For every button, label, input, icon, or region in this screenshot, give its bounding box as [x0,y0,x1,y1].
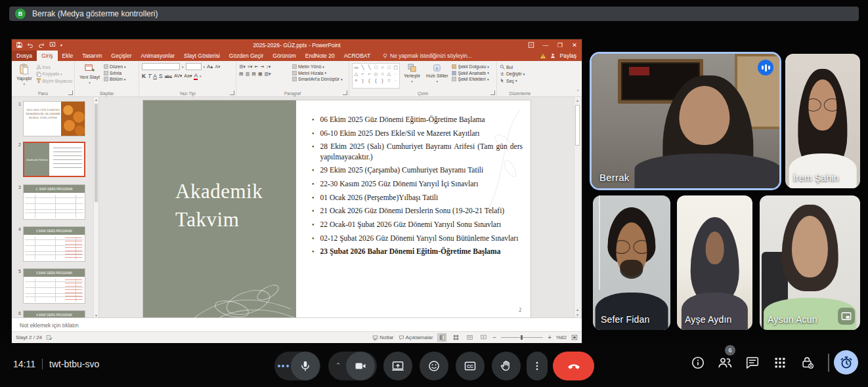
comments-toggle-button[interactable]: Açıklamalar [399,335,433,340]
shape-outline-button[interactable]: Şekil Anahattı ▾ [452,71,488,75]
numbering-button[interactable]: ≡▾ [248,64,253,70]
tab-gozden-gecir[interactable]: Gözden Geçir [225,51,268,61]
slide-sorter-view-button[interactable] [451,333,460,342]
tab-giris[interactable]: Giriş [37,51,57,61]
font-name-box[interactable] [142,63,180,70]
raise-hand-button[interactable] [492,352,521,380]
line-spacing-button[interactable]: ↕▾ [266,64,271,70]
section-button[interactable]: Bölüm ▾ [104,77,126,81]
start-slideshow-icon[interactable] [49,42,56,48]
captions-button[interactable]: CC [456,352,485,380]
arrange-button[interactable]: Yerleştir▾ [402,63,422,89]
text-direction-button[interactable]: Metin Yönü ▾ [292,64,343,69]
notes-bar[interactable]: Not eklemek için tıklatın [12,317,582,332]
meeting-details-button[interactable] [690,355,706,371]
replace-button[interactable]: Değiştir ▾ [500,71,525,77]
redo-icon[interactable] [38,42,45,48]
tell-me-box[interactable]: Ne yapmak istediğinizi söyleyin... [383,51,472,61]
reading-view-button[interactable] [465,333,474,342]
copy-button[interactable]: Kopyala ▾ [36,71,73,77]
customize-qat-icon[interactable]: ▾ [60,43,62,47]
normal-view-button[interactable] [437,333,446,342]
cut-button[interactable]: Kes [36,64,73,70]
character-spacing-button[interactable]: AV▾ [174,73,182,79]
slide-2[interactable]: Akademik Takvim [143,100,531,319]
underline-button[interactable]: A [153,73,157,79]
format-painter-button[interactable]: Biçim Boyacısı [36,78,73,83]
next-slide-icon[interactable]: ▼ [576,313,579,317]
participant-tile-berrak[interactable]: Berrak [592,54,779,188]
slideshow-view-button[interactable] [479,333,488,342]
share-button[interactable]: Paylaş [559,52,576,59]
undo-icon[interactable] [27,42,33,48]
indent-decrease-button[interactable]: ⇤ [254,64,258,70]
picture-in-picture-icon[interactable] [838,308,855,325]
restore-button[interactable]: ❐ [553,39,567,51]
bullets-button[interactable]: ☰▾ [239,64,246,70]
yazi-tipi-dialog-launcher[interactable] [230,91,234,95]
participant-tile-aysun-acun[interactable]: Aysun Acun [760,195,860,330]
tab-gecisler[interactable]: Geçişler [106,51,136,61]
end-call-button[interactable] [553,352,594,380]
italic-button[interactable]: T [148,73,151,79]
reset-button[interactable]: Sıfırla [104,71,126,75]
participant-tile-irem-sahin[interactable]: İrem Şahin [785,54,860,188]
zoom-out-button[interactable]: − [492,334,496,341]
shadow-button[interactable]: S [159,73,163,79]
participant-tile-sefer-fidan[interactable]: Sefer Fidan [593,195,670,330]
layout-button[interactable]: Düzen ▾ [104,64,126,69]
participant-tile-ayse-aydin[interactable]: Ayşe Aydın [677,195,752,330]
align-text-button[interactable]: Metni Hizala ▾ [292,71,343,75]
cizim-dialog-launcher[interactable] [490,91,495,95]
increase-font-icon[interactable]: A▴ [207,64,213,70]
align-right-button[interactable]: ▤ [251,71,256,77]
decrease-font-icon[interactable]: A▾ [215,64,220,70]
tab-tasarim[interactable]: Tasarım [77,51,106,61]
smartart-button[interactable]: SmartArt'a Dönüştür ▾ [292,77,343,81]
host-controls-button[interactable] [800,355,815,371]
activities-button[interactable] [772,355,788,371]
ribbon-display-options-icon[interactable] [524,39,538,51]
show-everyone-button[interactable] [717,355,733,371]
justify-button[interactable]: ▦ [258,71,263,77]
font-color-button[interactable]: A [194,73,198,80]
slide-scrollbar[interactable]: ▲ ▲▼ [574,97,580,318]
chat-button[interactable] [745,355,760,371]
tab-dosya[interactable]: Dosya [12,51,37,61]
paste-button[interactable]: Yapıştır▾ [14,63,34,89]
quick-styles-button[interactable]: Hızlı Stiller▾ [424,63,450,89]
columns-button[interactable]: ▥▾ [265,71,271,77]
shape-effects-button[interactable]: Şekil Efektleri ▾ [452,77,488,81]
thumbnail-slide-5[interactable]: 5 3.SINIF DERS PROGRAMI [16,268,85,304]
align-center-button[interactable]: ▥ [246,71,250,77]
thumbnail-slide-3[interactable]: 3 1. SINIF DERS PROGRAMI [16,184,85,220]
close-button[interactable]: ✕ [567,39,582,51]
font-size-box[interactable] [186,63,202,70]
tab-acrobat[interactable]: ACROBAT [339,51,375,61]
tab-slayt-gosterisi[interactable]: Slayt Gösterisi [179,51,225,61]
align-left-button[interactable]: ▤ [239,71,244,77]
chevron-up-icon[interactable]: ⌃ [330,361,346,370]
fit-to-window-icon[interactable] [571,335,578,340]
tab-animasyonlar[interactable]: Animasyonlar [137,51,180,61]
tab-gorunum[interactable]: Görünüm [268,51,300,61]
thumbnail-slide-4[interactable]: 4 2.SINIF DERS PROGRAMI [16,226,85,262]
collapse-ribbon-icon[interactable]: ⌃ [576,89,580,94]
thumbnail-slide-1[interactable]: 1 2025-2026 GÜZ YARIYILI HEMŞİRELİK AKAD… [16,101,85,136]
spell-check-icon[interactable] [46,335,53,340]
indent-increase-button[interactable]: ⇥ [260,64,264,70]
strikethrough-button[interactable]: abc [165,74,172,79]
tab-ekle[interactable]: Ekle [58,51,78,61]
find-button[interactable]: Bul [500,64,525,70]
previous-slide-icon[interactable]: ▲ [576,308,579,312]
camera-button[interactable]: ⌃ [328,352,377,380]
reactions-button[interactable] [420,352,448,380]
save-icon[interactable] [16,42,22,48]
zoom-in-button[interactable]: + [548,334,552,341]
microphone-button[interactable] [274,352,320,380]
shapes-gallery[interactable]: ▭╲╲□○□▢ △⌐⌐◇○△· ✧)({}☆· [352,63,400,89]
thumbnail-slide-2-selected[interactable]: 2 Akademik Takvim [16,142,85,177]
zoom-slider[interactable] [501,337,543,338]
thumbnail-scrollbar[interactable]: ▲ ▼ [93,97,98,318]
select-button[interactable]: Seç ▾ [500,78,525,83]
